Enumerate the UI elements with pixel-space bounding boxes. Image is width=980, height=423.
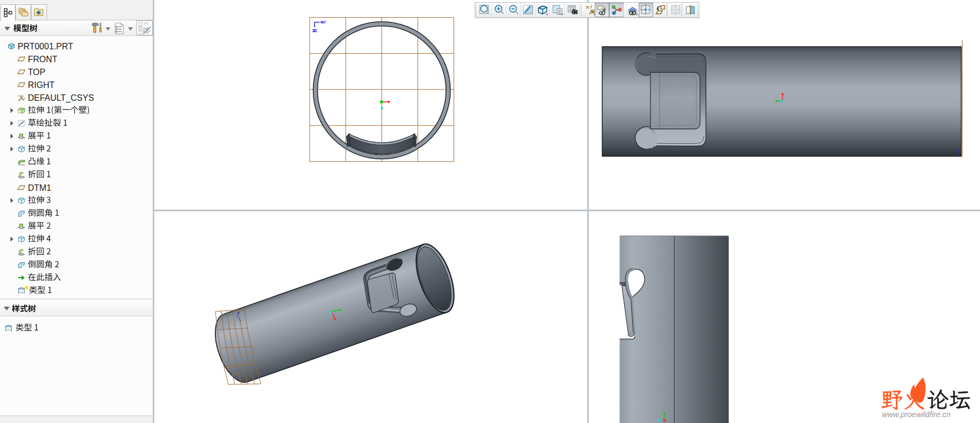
- svg-text:x: x: [24, 97, 26, 100]
- svg-text:y: y: [18, 94, 19, 97]
